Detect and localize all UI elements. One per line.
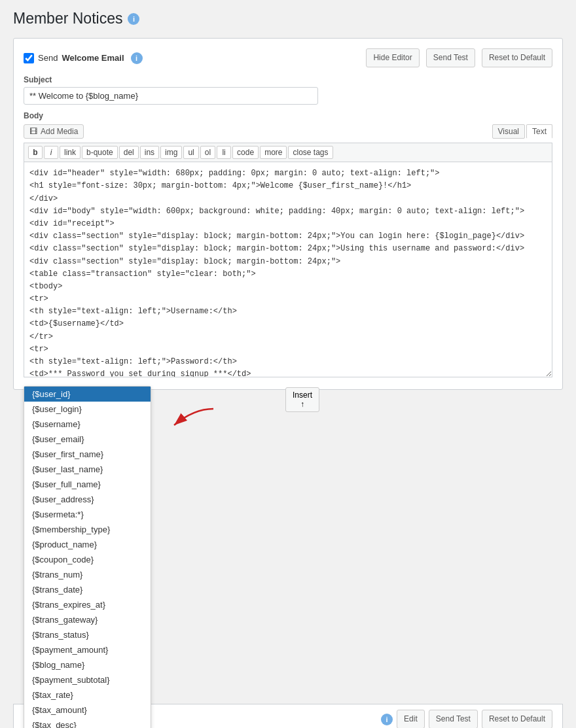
dropdown-item-21[interactable]: {$tax_amount} [24, 702, 151, 718]
send-label-text: Send [38, 53, 58, 63]
dropdown-item-1[interactable]: {$user_login} [24, 402, 151, 417]
page-info-icon[interactable]: i [128, 13, 139, 25]
add-media-label: Add Media [41, 127, 78, 136]
notice-info-0[interactable]: i [381, 714, 393, 725]
format-img[interactable]: img [160, 146, 182, 159]
editor-wrapper: <div id="header" style="width: 680px; pa… [24, 162, 552, 379]
format-link[interactable]: link [60, 146, 81, 159]
visual-text-tabs: Visual Text [492, 124, 552, 139]
format-more[interactable]: more [260, 146, 287, 159]
format-close-tags[interactable]: close tags [288, 146, 333, 159]
dropdown-item-18[interactable]: {$blog_name} [24, 657, 151, 672]
format-ol[interactable]: ol [200, 146, 215, 159]
format-bar: b i link b-quote del ins img ul ol li co… [24, 143, 552, 162]
dropdown-item-17[interactable]: {$payment_amount} [24, 642, 151, 657]
dropdown-item-22[interactable]: {$tax_desc} [24, 718, 151, 728]
dropdown-item-5[interactable]: {$user_last_name} [24, 462, 151, 477]
format-li[interactable]: li [217, 146, 231, 159]
dropdown-item-0[interactable]: {$user_id} [24, 387, 151, 402]
dropdown-item-20[interactable]: {$tax_rate} [24, 687, 151, 702]
notice-actions-0: i Edit Send Test Reset to Default [381, 710, 552, 728]
dropdown-item-19[interactable]: {$payment_subtotal} [24, 672, 151, 687]
dropdown-item-3[interactable]: {$user_email} [24, 432, 151, 447]
format-ul[interactable]: ul [183, 146, 198, 159]
send-test-button-top[interactable]: Send Test [426, 48, 475, 67]
dropdown-item-12[interactable]: {$trans_num} [24, 567, 151, 582]
page-title-row: Member Notices i [13, 10, 563, 27]
format-bquote[interactable]: b-quote [82, 146, 118, 159]
format-code[interactable]: code [232, 146, 259, 159]
subject-label: Subject [24, 75, 552, 84]
send-label-strong: Welcome Email [62, 53, 124, 63]
visual-tab[interactable]: Visual [492, 124, 525, 139]
dropdown-item-6[interactable]: {$user_full_name} [24, 477, 151, 492]
hide-editor-button[interactable]: Hide Editor [366, 48, 419, 67]
format-bold[interactable]: b [28, 146, 43, 159]
body-label: Body [24, 111, 552, 120]
dropdown-item-2[interactable]: {$username} [24, 417, 151, 432]
add-media-button[interactable]: 🎞 Add Media [24, 124, 84, 139]
editor-toolbar-top: 🎞 Add Media Visual Text [24, 124, 552, 139]
dropdown-item-10[interactable]: {$product_name} [24, 537, 151, 552]
dropdown-item-11[interactable]: {$coupon_code} [24, 552, 151, 567]
send-welcome-label[interactable]: Send Welcome Email [24, 53, 124, 63]
dropdown-item-15[interactable]: {$trans_gateway} [24, 612, 151, 627]
reset-to-default-button-top[interactable]: Reset to Default [482, 48, 552, 67]
format-ins[interactable]: ins [140, 146, 159, 159]
welcome-info-icon[interactable]: i [131, 52, 143, 64]
welcome-email-card: Send Welcome Email i Hide Editor Send Te… [13, 38, 563, 390]
red-arrow-indicator [168, 406, 220, 434]
editor-textarea[interactable]: <div id="header" style="width: 680px; pa… [24, 162, 552, 377]
dropdown-item-16[interactable]: {$trans_status} [24, 627, 151, 642]
add-media-icon: 🎞 [29, 127, 37, 136]
subject-input[interactable] [24, 87, 318, 105]
dropdown-item-14[interactable]: {$trans_expires_at} [24, 597, 151, 612]
dropdown-item-13[interactable]: {$trans_date} [24, 582, 151, 597]
dropdown-item-8[interactable]: {$usermeta:*} [24, 507, 151, 522]
page-wrapper: Member Notices i Send Welcome Email i Hi… [0, 0, 576, 728]
dropdown-item-9[interactable]: {$membership_type} [24, 522, 151, 537]
page-title: Member Notices [13, 10, 122, 27]
send-welcome-checkbox[interactable] [24, 53, 34, 63]
dropdown-item-7[interactable]: {$user_address} [24, 492, 151, 507]
insert-label: Insert ↑ [293, 390, 312, 409]
notice-send-test-0[interactable]: Send Test [429, 710, 478, 728]
notice-edit-0[interactable]: Edit [397, 710, 425, 728]
format-del[interactable]: del [119, 146, 139, 159]
notice-reset-0[interactable]: Reset to Default [482, 710, 552, 728]
subject-row: Subject [24, 75, 552, 105]
variable-dropdown[interactable]: {$user_id}{$user_login}{$username}{$user… [24, 386, 151, 728]
insert-button[interactable]: Insert ↑ [285, 387, 319, 412]
text-tab[interactable]: Text [526, 124, 552, 139]
send-welcome-row: Send Welcome Email i Hide Editor Send Te… [24, 48, 552, 67]
dropdown-item-4[interactable]: {$user_first_name} [24, 447, 151, 462]
format-italic[interactable]: i [44, 146, 58, 159]
